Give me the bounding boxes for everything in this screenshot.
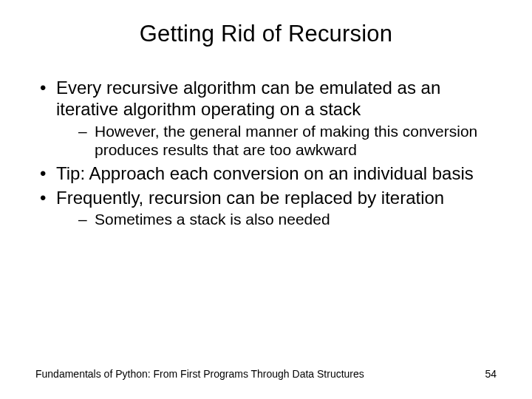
sub-bullet-item: Sometimes a stack is also needed [78,210,497,229]
bullet-text: Tip: Approach each conversion on an indi… [56,163,474,183]
sub-bullet-text: However, the general manner of making th… [95,123,477,159]
slide-footer: Fundamentals of Python: From First Progr… [35,368,497,380]
footer-source: Fundamentals of Python: From First Progr… [35,368,364,380]
bullet-list: Every recursive algorithm can be emulate… [35,77,497,229]
footer-page-number: 54 [485,368,497,380]
slide-body: Every recursive algorithm can be emulate… [0,55,532,229]
bullet-item: Frequently, recursion can be replaced by… [35,187,497,229]
bullet-item: Every recursive algorithm can be emulate… [35,77,497,160]
sub-bullet-text: Sometimes a stack is also needed [95,211,330,228]
sub-bullet-list: However, the general manner of making th… [56,122,497,160]
slide: Getting Rid of Recursion Every recursive… [0,0,532,399]
bullet-text: Every recursive algorithm can be emulate… [56,78,440,119]
slide-title: Getting Rid of Recursion [0,0,532,55]
bullet-item: Tip: Approach each conversion on an indi… [35,163,497,184]
sub-bullet-item: However, the general manner of making th… [78,122,497,160]
bullet-text: Frequently, recursion can be replaced by… [56,188,444,208]
sub-bullet-list: Sometimes a stack is also needed [56,210,497,229]
